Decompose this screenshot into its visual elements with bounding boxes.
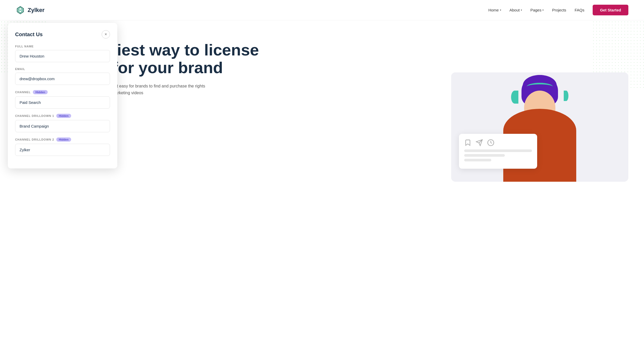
nav-links: Home ▾ About ▾ Pages ▾ Projects FAQs Get…	[488, 5, 628, 15]
nav-projects[interactable]: Projects	[552, 8, 566, 12]
channel-hidden-badge: Hidden	[33, 90, 48, 94]
close-button[interactable]: ×	[102, 30, 110, 39]
field-label-row-drilldown-1: CHANNEL DRILLDOWN 1 Hidden	[15, 114, 110, 118]
field-group-channel: CHANNEL Hidden	[15, 90, 110, 109]
drilldown-1-hidden-badge: Hidden	[56, 114, 71, 118]
nav-about[interactable]: About ▾	[510, 8, 522, 12]
nav-home[interactable]: Home ▾	[488, 8, 501, 12]
drilldown-2-input[interactable]	[15, 144, 110, 156]
field-group-channel-drilldown-1: CHANNEL DRILLDOWN 1 Hidden	[15, 114, 110, 132]
email-label: EMAIL	[15, 67, 25, 71]
field-group-email: EMAIL	[15, 67, 110, 85]
field-label-row-drilldown-2: CHANNEL DRILLDOWN 2 Hidden	[15, 137, 110, 142]
logo-text: Zylker	[28, 7, 45, 14]
dialog-header: Contact Us ×	[15, 30, 110, 39]
drilldown-1-label: CHANNEL DRILLDOWN 1	[15, 114, 54, 117]
dialog-overlay: Contact Us × FULL NAME EMAIL CHAN	[0, 20, 644, 353]
email-input[interactable]	[15, 73, 110, 85]
logo-area: Zylker	[16, 5, 45, 15]
nav-faqs[interactable]: FAQs	[575, 8, 585, 12]
full-name-label: FULL NAME	[15, 45, 34, 48]
drilldown-2-hidden-badge: Hidden	[56, 137, 71, 142]
nav-pages[interactable]: Pages ▾	[530, 8, 544, 12]
chevron-down-icon: ▾	[500, 9, 501, 11]
channel-label: CHANNEL	[15, 91, 31, 94]
channel-input[interactable]	[15, 96, 110, 109]
logo-icon	[16, 5, 25, 15]
dialog-title: Contact Us	[15, 31, 43, 37]
chevron-down-icon: ▾	[521, 9, 522, 11]
drilldown-2-label: CHANNEL DRILLDOWN 2	[15, 138, 54, 141]
get-started-button[interactable]: Get Started	[593, 5, 628, 15]
navbar: Zylker Home ▾ About ▾ Pages ▾ Projects F…	[0, 0, 644, 20]
main-content: asiest way to license c for your brand e…	[0, 20, 644, 353]
field-group-full-name: FULL NAME	[15, 45, 110, 62]
contact-us-dialog: Contact Us × FULL NAME EMAIL CHAN	[8, 23, 117, 168]
field-group-channel-drilldown-2: CHANNEL DRILLDOWN 2 Hidden	[15, 137, 110, 156]
field-label-row-email: EMAIL	[15, 67, 110, 71]
full-name-input[interactable]	[15, 50, 110, 62]
chevron-down-icon: ▾	[542, 9, 544, 11]
field-label-row-full-name: FULL NAME	[15, 45, 110, 48]
drilldown-1-input[interactable]	[15, 120, 110, 132]
field-label-row-channel: CHANNEL Hidden	[15, 90, 110, 94]
